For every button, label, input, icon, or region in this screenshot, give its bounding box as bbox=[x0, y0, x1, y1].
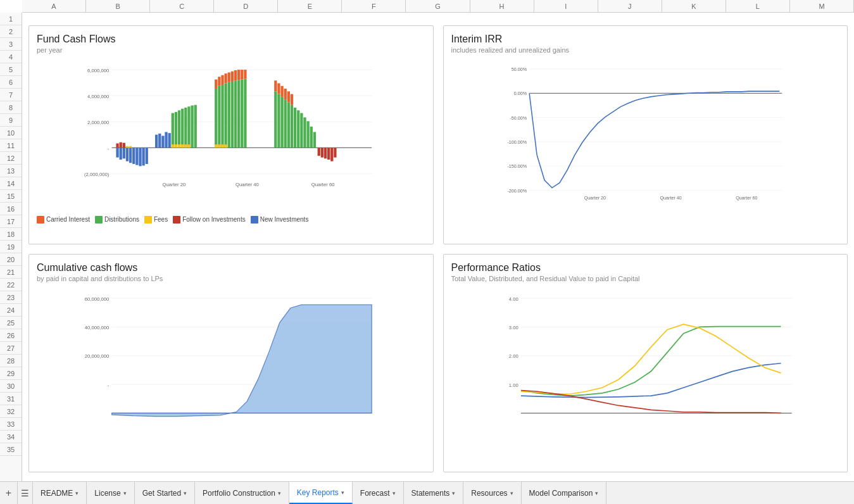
performance-subtitle: Total Value, Distributed, and Residual V… bbox=[451, 275, 840, 282]
tab-key-reports[interactable]: Key Reports ▾ bbox=[289, 482, 353, 504]
tab-key-reports-label: Key Reports bbox=[297, 488, 339, 497]
svg-rect-91 bbox=[318, 148, 320, 156]
legend-label-follow-on: Follow on Investments bbox=[182, 216, 246, 223]
tab-license-label: License bbox=[94, 489, 120, 498]
interim-irr-title: Interim IRR bbox=[451, 34, 840, 45]
tab-resources-dropdown-icon: ▾ bbox=[510, 490, 513, 496]
col-header-d: D bbox=[214, 0, 278, 12]
tab-license-dropdown-icon: ▾ bbox=[123, 490, 127, 496]
tab-readme[interactable]: README ▾ bbox=[33, 482, 87, 504]
performance-title: Performance Ratios bbox=[451, 262, 840, 274]
svg-rect-55 bbox=[237, 80, 240, 148]
tab-portfolio-construction[interactable]: Portfolio Construction ▾ bbox=[195, 482, 289, 504]
mid-bars bbox=[155, 105, 197, 148]
tab-model-comparison-dropdown-icon: ▾ bbox=[595, 490, 598, 496]
tab-statements-dropdown-icon: ▾ bbox=[452, 490, 455, 496]
svg-rect-35 bbox=[175, 112, 177, 148]
svg-rect-85 bbox=[274, 80, 277, 91]
svg-rect-68 bbox=[215, 144, 217, 148]
svg-text:-200.00%: -200.00% bbox=[507, 189, 527, 194]
svg-text:6,000,000: 6,000,000 bbox=[87, 68, 109, 73]
svg-text:20,000,000: 20,000,000 bbox=[85, 353, 109, 359]
svg-text:4.00: 4.00 bbox=[508, 296, 518, 301]
interim-irr-chart: Interim IRR includes realized and unreal… bbox=[443, 25, 848, 244]
svg-text:Quarter 40: Quarter 40 bbox=[660, 196, 681, 201]
svg-rect-22 bbox=[142, 148, 144, 165]
svg-text:3.00: 3.00 bbox=[508, 324, 518, 330]
svg-rect-80 bbox=[300, 113, 303, 148]
svg-rect-84 bbox=[313, 132, 316, 148]
svg-rect-66 bbox=[241, 70, 243, 79]
svg-rect-38 bbox=[184, 108, 187, 148]
svg-rect-54 bbox=[234, 80, 237, 148]
svg-rect-59 bbox=[218, 77, 220, 86]
col-header-f: F bbox=[342, 0, 406, 12]
svg-rect-32 bbox=[165, 132, 167, 148]
svg-rect-14 bbox=[116, 148, 118, 157]
add-sheet-button[interactable]: + bbox=[0, 482, 18, 504]
col-header-g: G bbox=[406, 0, 470, 12]
svg-rect-27 bbox=[126, 146, 129, 148]
svg-rect-30 bbox=[158, 134, 161, 148]
col-header-k: K bbox=[662, 0, 726, 12]
svg-rect-29 bbox=[155, 135, 158, 148]
svg-text:-: - bbox=[108, 146, 110, 151]
svg-text:50.00%: 50.00% bbox=[511, 67, 527, 72]
interim-irr-svg: 50.00% 0.00% -50.00% -100.00% -150.00% -… bbox=[451, 59, 840, 211]
tab-readme-dropdown-icon: ▾ bbox=[75, 490, 78, 496]
tab-readme-label: README bbox=[41, 489, 73, 498]
svg-rect-61 bbox=[224, 73, 227, 83]
svg-rect-16 bbox=[123, 148, 125, 158]
tab-resources[interactable]: Resources ▾ bbox=[463, 482, 521, 504]
legend-label-fees: Fees bbox=[154, 216, 168, 223]
svg-rect-88 bbox=[284, 89, 287, 99]
svg-rect-18 bbox=[129, 148, 132, 163]
svg-text:Quarter 20: Quarter 20 bbox=[163, 182, 186, 187]
legend-label-carried-interest: Carried Interest bbox=[46, 216, 90, 223]
svg-rect-48 bbox=[215, 89, 217, 148]
svg-rect-94 bbox=[327, 148, 330, 160]
svg-rect-77 bbox=[291, 105, 293, 148]
interim-irr-subtitle: includes realized and unrealized gains bbox=[451, 46, 840, 54]
performance-svg: 4.00 3.00 2.00 1.00 bbox=[451, 287, 840, 439]
spreadsheet: A B C D E F G H I J K L M 1 2 3 4 5 6 7 … bbox=[0, 0, 854, 504]
tab-statements[interactable]: Statements ▾ bbox=[404, 482, 464, 504]
svg-rect-46 bbox=[184, 144, 187, 148]
svg-rect-81 bbox=[303, 117, 306, 148]
tab-license[interactable]: License ▾ bbox=[87, 482, 134, 504]
fund-cash-flows-legend: Carried Interest Distributions Fees bbox=[37, 216, 425, 224]
svg-text:40,000,000: 40,000,000 bbox=[85, 324, 109, 330]
cumulative-svg: 60,000,000 40,000,000 20,000,000 - bbox=[37, 287, 425, 439]
svg-rect-58 bbox=[215, 80, 217, 89]
legend-label-new-investments: New Investments bbox=[260, 216, 309, 223]
svg-rect-87 bbox=[280, 86, 283, 97]
svg-rect-23 bbox=[146, 148, 148, 164]
tab-get-started[interactable]: Get Started ▾ bbox=[135, 482, 195, 504]
tab-model-comparison[interactable]: Model Comparison ▾ bbox=[522, 482, 607, 504]
legend-color-distributions bbox=[95, 216, 103, 224]
svg-rect-83 bbox=[310, 127, 313, 148]
tall-bars bbox=[215, 70, 246, 148]
svg-text:2,000,000: 2,000,000 bbox=[87, 120, 109, 125]
tab-forecast[interactable]: Forecast ▾ bbox=[353, 482, 404, 504]
svg-rect-69 bbox=[218, 144, 220, 148]
sheet-menu-button[interactable]: ☰ bbox=[18, 482, 33, 504]
column-headers: A B C D E F G H I J K L M bbox=[22, 0, 854, 13]
fund-cash-flows-subtitle: per year bbox=[37, 46, 425, 54]
svg-text:(2,000,000): (2,000,000) bbox=[84, 172, 110, 177]
fund-cash-flows-title: Fund Cash Flows bbox=[37, 34, 425, 45]
svg-rect-95 bbox=[330, 148, 333, 161]
svg-rect-96 bbox=[334, 148, 336, 157]
fund-cash-flows-chart: Fund Cash Flows per year 6,000,000 4,0 bbox=[28, 25, 434, 244]
svg-text:Quarter 60: Quarter 60 bbox=[311, 182, 335, 187]
legend-color-fees bbox=[144, 216, 152, 224]
tab-forecast-label: Forecast bbox=[360, 489, 390, 498]
svg-rect-62 bbox=[228, 72, 230, 82]
col-header-m: M bbox=[790, 0, 854, 12]
svg-rect-28 bbox=[129, 146, 132, 148]
svg-rect-50 bbox=[221, 85, 223, 148]
col-header-i: I bbox=[534, 0, 598, 12]
svg-rect-41 bbox=[194, 105, 197, 148]
svg-rect-37 bbox=[181, 109, 184, 148]
early-bars bbox=[116, 142, 148, 167]
